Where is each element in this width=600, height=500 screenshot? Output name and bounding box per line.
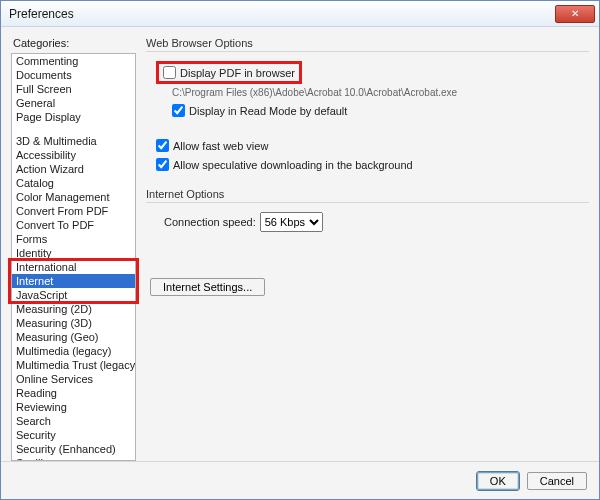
- category-item[interactable]: Internet: [12, 274, 135, 288]
- speculative-checkbox[interactable]: [156, 158, 169, 171]
- category-item[interactable]: Convert To PDF: [12, 218, 135, 232]
- dialog-footer: OK Cancel: [1, 461, 599, 499]
- category-item[interactable]: Online Services: [12, 372, 135, 386]
- internet-settings-row: Internet Settings...: [150, 278, 589, 296]
- category-item[interactable]: Documents: [12, 68, 135, 82]
- category-item[interactable]: Multimedia (legacy): [12, 344, 135, 358]
- category-item[interactable]: Full Screen: [12, 82, 135, 96]
- connection-speed-label: Connection speed:: [164, 216, 256, 228]
- connection-speed-row: Connection speed: 56 Kbps: [164, 212, 589, 232]
- categories-column: Categories: CommentingDocumentsFull Scre…: [11, 35, 136, 461]
- categories-list[interactable]: CommentingDocumentsFull ScreenGeneralPag…: [12, 54, 135, 460]
- fast-web-row: Allow fast web view: [156, 139, 589, 152]
- fast-web-checkbox[interactable]: [156, 139, 169, 152]
- settings-panel: Web Browser Options Display PDF in brows…: [146, 35, 589, 461]
- preferences-window: Preferences ✕ Categories: CommentingDocu…: [0, 0, 600, 500]
- category-item[interactable]: Measuring (2D): [12, 302, 135, 316]
- category-item[interactable]: Page Display: [12, 110, 135, 124]
- category-item[interactable]: Reading: [12, 386, 135, 400]
- ok-button[interactable]: OK: [477, 472, 519, 490]
- display-pdf-checkbox[interactable]: [163, 66, 176, 79]
- category-item[interactable]: Measuring (Geo): [12, 330, 135, 344]
- close-icon: ✕: [571, 9, 579, 19]
- category-item[interactable]: Security (Enhanced): [12, 442, 135, 456]
- read-mode-checkbox[interactable]: [172, 104, 185, 117]
- web-group-title: Web Browser Options: [146, 37, 589, 49]
- category-item[interactable]: Security: [12, 428, 135, 442]
- dialog-body: Categories: CommentingDocumentsFull Scre…: [1, 27, 599, 461]
- category-item[interactable]: Forms: [12, 232, 135, 246]
- divider: [146, 202, 589, 203]
- category-item[interactable]: Action Wizard: [12, 162, 135, 176]
- connection-speed-select[interactable]: 56 Kbps: [260, 212, 323, 232]
- category-item[interactable]: Catalog: [12, 176, 135, 190]
- display-pdf-label[interactable]: Display PDF in browser: [180, 67, 295, 79]
- internet-settings-button[interactable]: Internet Settings...: [150, 278, 265, 296]
- category-item[interactable]: Color Management: [12, 190, 135, 204]
- internet-group-title: Internet Options: [146, 188, 589, 200]
- category-item[interactable]: Convert From PDF: [12, 204, 135, 218]
- category-item[interactable]: 3D & Multimedia: [12, 134, 135, 148]
- close-button[interactable]: ✕: [555, 5, 595, 23]
- cancel-button[interactable]: Cancel: [527, 472, 587, 490]
- category-item[interactable]: International: [12, 260, 135, 274]
- speculative-label[interactable]: Allow speculative downloading in the bac…: [173, 159, 413, 171]
- divider: [146, 51, 589, 52]
- category-item[interactable]: Accessibility: [12, 148, 135, 162]
- categories-label: Categories:: [13, 37, 136, 49]
- read-mode-row: Display in Read Mode by default: [172, 104, 589, 117]
- category-item[interactable]: Measuring (3D): [12, 316, 135, 330]
- category-item[interactable]: JavaScript: [12, 288, 135, 302]
- category-item[interactable]: Identity: [12, 246, 135, 260]
- category-item[interactable]: General: [12, 96, 135, 110]
- category-item[interactable]: Reviewing: [12, 400, 135, 414]
- titlebar: Preferences ✕: [1, 1, 599, 27]
- acrobat-path: C:\Program Files (x86)\Adobe\Acrobat 10.…: [172, 87, 589, 98]
- highlight-box-display-pdf: Display PDF in browser: [156, 61, 302, 84]
- window-title: Preferences: [9, 7, 555, 21]
- read-mode-label[interactable]: Display in Read Mode by default: [189, 105, 347, 117]
- display-pdf-row: Display PDF in browser: [156, 61, 589, 84]
- speculative-row: Allow speculative downloading in the bac…: [156, 158, 589, 171]
- category-item[interactable]: Commenting: [12, 54, 135, 68]
- category-item[interactable]: Spelling: [12, 456, 135, 460]
- categories-list-wrap: CommentingDocumentsFull ScreenGeneralPag…: [11, 53, 136, 461]
- fast-web-label[interactable]: Allow fast web view: [173, 140, 268, 152]
- category-item[interactable]: Multimedia Trust (legacy): [12, 358, 135, 372]
- category-item[interactable]: Search: [12, 414, 135, 428]
